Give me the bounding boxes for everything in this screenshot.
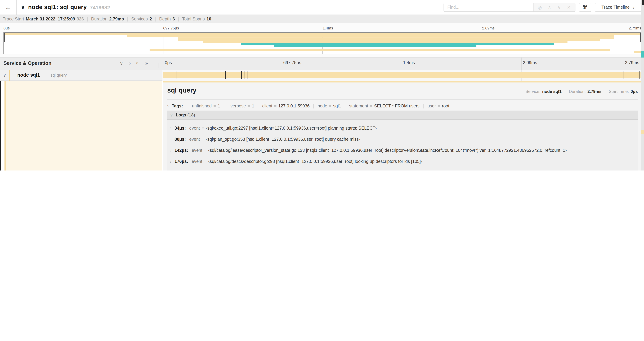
logs-header[interactable]: ∨ Logs (18)	[167, 111, 638, 120]
minimap-tick-2-09ms: 2.09ms	[482, 26, 494, 30]
focus-match-icon[interactable]: ◎	[536, 5, 544, 10]
collapse-one-icon[interactable]: ∨	[120, 60, 123, 66]
back-button[interactable]: ←	[0, 0, 16, 15]
log-marker-tick[interactable]	[226, 71, 226, 79]
span-row-name-cell[interactable]: ∨ node sql1 sql query	[0, 70, 162, 81]
log-marker-tick[interactable]	[176, 71, 177, 79]
detail-divider	[167, 100, 638, 100]
trace-start-label: Trace Start	[3, 17, 24, 21]
log-marker-tick[interactable]	[241, 71, 242, 79]
tag-value: root	[442, 104, 449, 109]
minimap-right-drag-handle[interactable]	[640, 33, 641, 42]
span-detail-title: sql query	[167, 87, 196, 94]
log-expand-icon[interactable]: ›	[170, 159, 172, 164]
log-equals: =	[204, 170, 206, 171]
log-expand-icon[interactable]: ›	[170, 148, 172, 153]
log-row[interactable]: ›80μs:event=‹sql/plan_opt.go:358 [nsql1,…	[170, 134, 635, 145]
minimap-span-bar	[203, 41, 568, 43]
right-edge-tan-fragment	[641, 130, 644, 134]
column-resize-grip[interactable]	[156, 63, 159, 68]
minimap-left-drag-handle[interactable]	[4, 33, 5, 42]
minimap-canvas[interactable]	[4, 32, 641, 54]
minimap-span-bar	[4, 33, 641, 35]
log-row[interactable]: ›142μs:event=‹sql/catalog/lease/descript…	[170, 145, 635, 156]
view-dropdown[interactable]: Trace Timeline ∨	[595, 3, 641, 12]
tag-equals: =	[438, 104, 440, 109]
span-collapse-icon[interactable]: ∨	[3, 73, 6, 78]
tag-value: 127.0.0.1:59936	[278, 104, 310, 109]
keyboard-shortcuts-button[interactable]: ⌘	[579, 3, 591, 12]
tag-equals: =	[248, 104, 250, 109]
ruler-tick-1-4ms: 1.4ms	[403, 60, 415, 65]
log-marker-tick[interactable]	[193, 71, 193, 79]
duration-value: 2.79ms	[109, 17, 124, 21]
log-expand-icon[interactable]: ›	[170, 170, 172, 171]
minimap-span-bar	[150, 49, 610, 51]
trace-services: Services 2	[128, 17, 156, 21]
log-marker-tick[interactable]	[265, 71, 266, 79]
minimap-span-bar	[242, 43, 554, 45]
total-spans-label: Total Spans	[182, 17, 205, 21]
tags-row[interactable]: › Tags: _unfinished=1_verbose=1client=12…	[167, 104, 453, 109]
log-equals: =	[202, 137, 204, 142]
timeline-header: Service & Operation ∨ › » » 0μs 697.75μs…	[0, 57, 644, 70]
log-marker-tick[interactable]	[279, 71, 279, 79]
trace-total-spans: Total Spans 10	[179, 17, 215, 21]
log-expand-icon[interactable]: ›	[170, 137, 172, 142]
log-marker-tick[interactable]	[168, 71, 169, 79]
log-marker-tick[interactable]	[261, 71, 262, 79]
tags-expand-icon[interactable]: ›	[167, 104, 168, 109]
detail-duration-value: 2.79ms	[588, 89, 602, 94]
collapse-all-icon[interactable]: »	[135, 62, 141, 65]
depth-label: Depth	[159, 17, 171, 21]
prev-match-icon[interactable]: ∧	[545, 5, 554, 10]
log-marker-tick[interactable]	[248, 71, 248, 79]
title-collapse-icon[interactable]: ∨	[21, 4, 25, 11]
right-edge-teal-fragment	[641, 51, 644, 58]
log-field-key: event	[192, 170, 202, 171]
log-expand-icon[interactable]: ›	[170, 126, 172, 131]
span-service-name: node sql1	[17, 72, 40, 78]
minimap-span-bar	[274, 45, 476, 47]
log-marker-tick[interactable]	[624, 71, 624, 79]
trace-start-value: March 31 2022, 17:25:09	[26, 17, 75, 21]
detail-start-label: Start Time:	[609, 89, 629, 94]
log-marker-tick[interactable]	[249, 71, 249, 79]
log-marker-tick[interactable]	[640, 71, 640, 79]
log-marker-tick[interactable]	[246, 71, 246, 79]
span-tree-indent-column	[4, 81, 162, 171]
log-marker-tick[interactable]	[197, 71, 198, 79]
clear-find-icon[interactable]: ✕	[565, 5, 573, 10]
next-match-icon[interactable]: ∨	[555, 5, 563, 10]
log-marker-tick[interactable]	[625, 71, 626, 79]
log-row[interactable]: ›176μs:event=‹sql/catalog/descs/descript…	[170, 156, 635, 167]
tag-value: SELECT * FROM users	[374, 104, 420, 109]
span-row-timeline-cell[interactable]	[162, 70, 641, 81]
log-timestamp: 189μs:	[174, 170, 188, 171]
log-timestamp: 80μs:	[174, 137, 186, 142]
expand-all-icon[interactable]: »	[145, 60, 148, 66]
log-row[interactable]: ›34μs:event=‹sql/exec_util.go:2297 [nsql…	[170, 123, 635, 134]
window-left-edge	[0, 81, 1, 171]
logs-collapse-icon[interactable]: ∨	[170, 112, 173, 117]
span-row[interactable]: ∨ node sql1 sql query	[0, 70, 644, 81]
expand-one-icon[interactable]: ›	[129, 60, 130, 66]
tag-key: client	[262, 104, 272, 109]
find-input[interactable]	[444, 3, 533, 12]
view-dropdown-label: Trace Timeline	[602, 5, 630, 10]
detail-service-value: node sql1	[542, 89, 562, 94]
log-field-key: event	[192, 148, 202, 153]
log-marker-tick[interactable]	[187, 71, 187, 79]
log-marker-tick[interactable]	[195, 71, 196, 79]
tag-value: sql1	[333, 104, 341, 109]
span-duration-bar[interactable]	[163, 72, 640, 78]
log-row[interactable]: ›189μs:event=‹sql/catalog/lease/descript…	[170, 167, 635, 171]
span-detail-panel: sql query Service: node sql1 Duration: 2…	[163, 81, 641, 171]
timeline-ruler: 0μs 697.75μs 1.4ms 2.09ms 2.79ms	[162, 58, 641, 70]
log-marker-tick[interactable]	[244, 71, 244, 79]
minimap-tick-2-79ms: 2.79ms	[629, 26, 641, 30]
logs-title: Logs	[176, 112, 186, 117]
minimap-span-bar	[634, 51, 641, 53]
chevron-down-icon: ∨	[632, 5, 635, 9]
minimap-span-bar	[178, 39, 600, 41]
